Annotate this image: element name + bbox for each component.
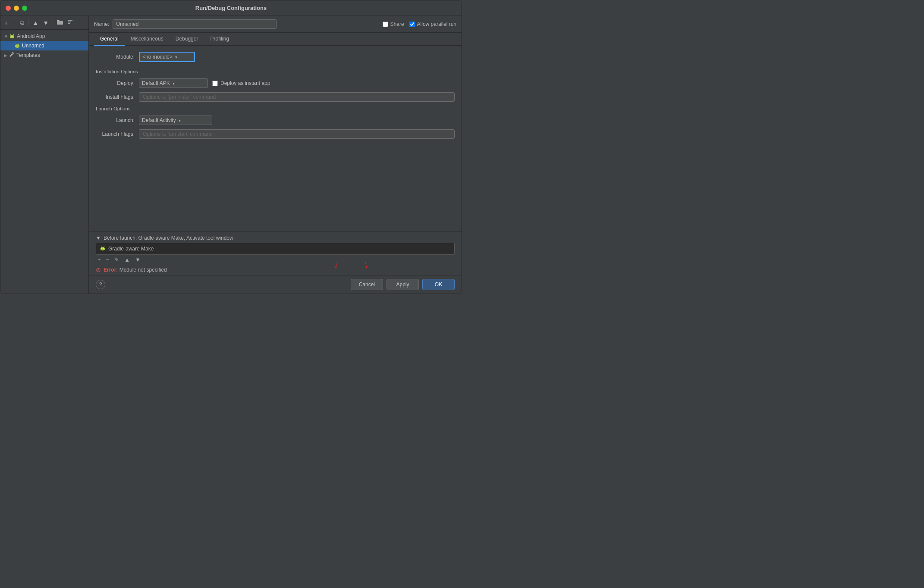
module-dropdown-arrow: ▾ — [175, 55, 177, 59]
close-button[interactable] — [6, 6, 11, 11]
help-button[interactable]: ? — [96, 280, 105, 289]
sidebar-item-label-templates: Templates — [16, 52, 40, 58]
window-controls — [6, 6, 27, 11]
share-row: Share — [383, 21, 404, 27]
share-checkbox[interactable] — [383, 22, 388, 27]
install-flags-row: Install Flags: — [96, 92, 455, 102]
bl-up-button[interactable]: ▲ — [123, 256, 132, 263]
tab-profiling[interactable]: Profiling — [204, 33, 235, 46]
name-label: Name: — [94, 21, 109, 27]
before-launch-item-gradle: Gradle-aware Make — [96, 243, 454, 254]
svg-rect-2 — [10, 36, 14, 38]
launch-flags-label: Launch Flags: — [96, 131, 135, 137]
deploy-value: Default APK — [142, 80, 170, 86]
expand-arrow: ▼ — [4, 34, 9, 39]
error-detail: Module not specified — [119, 267, 167, 273]
main-layout: + − ⧉ ▲ ▼ — [0, 16, 462, 294]
launch-options-title: Launch Options — [96, 106, 455, 111]
before-launch-toolbar: + − ✎ ▲ ▼ — [96, 255, 455, 265]
svg-point-3 — [11, 36, 12, 37]
content-area: Name: Share Allow parallel run General — [89, 16, 462, 294]
error-icon: ⊘ — [96, 266, 101, 273]
minimize-button[interactable] — [14, 6, 19, 11]
install-flags-label: Install Flags: — [96, 94, 135, 100]
launch-dropdown-arrow: ▾ — [179, 118, 181, 123]
install-flags-input[interactable] — [139, 92, 455, 102]
svg-point-11 — [101, 248, 102, 249]
svg-rect-10 — [101, 248, 105, 250]
before-launch-header[interactable]: ▼ Before launch: Gradle-aware Make, Acti… — [96, 235, 455, 241]
sidebar-item-templates[interactable]: ▶ Templates — [0, 50, 88, 60]
launch-flags-input[interactable] — [139, 129, 455, 139]
error-label: Error: — [104, 267, 118, 273]
gradle-android-icon — [100, 245, 106, 252]
deploy-row: Deploy: Default APK ▾ Deploy as instant … — [96, 78, 455, 88]
apply-button[interactable]: Apply — [387, 279, 419, 290]
launch-value: Default Activity — [142, 117, 176, 123]
sidebar-item-android-app[interactable]: ▼ Android App — [0, 31, 88, 41]
header-right: Share Allow parallel run — [383, 21, 456, 27]
wrench-svg — [9, 52, 15, 57]
bl-add-button[interactable]: + — [96, 256, 103, 263]
android-app-icon — [9, 33, 15, 40]
tab-content-general: Module: <no module> ▾ Installation Optio… — [89, 46, 462, 231]
config-tree: ▼ Android App — [0, 30, 88, 294]
svg-rect-6 — [15, 45, 19, 47]
unnamed-android-icon — [14, 42, 20, 50]
deploy-dropdown[interactable]: Default APK ▾ — [139, 78, 208, 88]
cancel-button[interactable]: Cancel — [351, 279, 383, 290]
android-icon — [9, 33, 15, 39]
bl-remove-button[interactable]: − — [104, 256, 111, 263]
folder-button[interactable] — [56, 18, 64, 27]
run-debug-configurations-window: Run/Debug Configurations + − ⧉ ▲ ▼ — [0, 0, 462, 294]
svg-point-4 — [13, 36, 13, 37]
sidebar: + − ⧉ ▲ ▼ — [0, 16, 89, 294]
launch-row: Launch: Default Activity ▾ — [96, 116, 455, 125]
deploy-instant-checkbox[interactable] — [212, 81, 218, 86]
error-message: Error: Module not specified — [104, 267, 167, 273]
tab-general[interactable]: General — [94, 33, 125, 46]
sidebar-item-label-android-app: Android App — [17, 33, 45, 39]
allow-parallel-label: Allow parallel run — [417, 21, 456, 27]
bl-edit-button[interactable]: ✎ — [113, 256, 121, 263]
svg-point-8 — [18, 45, 19, 46]
gradle-make-label: Gradle-aware Make — [108, 246, 154, 252]
maximize-button[interactable] — [22, 6, 27, 11]
tab-debugger[interactable]: Debugger — [170, 33, 204, 46]
bl-down-button[interactable]: ▼ — [133, 256, 142, 263]
module-label: Module: — [96, 54, 135, 60]
ok-button[interactable]: OK — [422, 279, 455, 290]
title-bar: Run/Debug Configurations — [0, 0, 462, 16]
name-input[interactable] — [113, 19, 277, 29]
before-launch-section: ▼ Before launch: Gradle-aware Make, Acti… — [89, 231, 462, 265]
sidebar-item-unnamed[interactable]: Unnamed — [0, 41, 88, 50]
add-config-button[interactable]: + — [3, 19, 9, 27]
deploy-label: Deploy: — [96, 80, 135, 86]
installation-options-title: Installation Options — [96, 69, 455, 74]
collapse-icon: ▼ — [96, 235, 101, 241]
config-header: Name: Share Allow parallel run — [89, 16, 462, 33]
error-bar: ⊘ Error: Module not specified — [89, 265, 462, 275]
sidebar-toolbar: + − ⧉ ▲ ▼ — [0, 16, 88, 30]
deploy-dropdown-arrow: ▾ — [173, 81, 175, 86]
move-down-button[interactable]: ▼ — [41, 19, 50, 27]
move-up-button[interactable]: ▲ — [31, 19, 40, 27]
templates-arrow: ▶ — [4, 53, 9, 58]
sort-button[interactable] — [66, 18, 75, 27]
module-value: <no module> — [142, 54, 173, 60]
launch-label: Launch: — [96, 117, 135, 123]
tab-miscellaneous[interactable]: Miscellaneous — [125, 33, 170, 46]
svg-point-12 — [103, 248, 104, 249]
bottom-bar: ? ↓ ↓ Cancel Apply OK — [89, 275, 462, 294]
allow-parallel-checkbox[interactable] — [409, 22, 415, 27]
module-dropdown[interactable]: <no module> ▾ — [139, 52, 195, 62]
sidebar-item-label-unnamed: Unnamed — [22, 43, 44, 49]
before-launch-list: Gradle-aware Make — [96, 243, 455, 255]
launch-dropdown[interactable]: Default Activity ▾ — [139, 116, 212, 125]
remove-config-button[interactable]: − — [11, 19, 17, 27]
deploy-instant-row: Deploy as instant app — [212, 80, 270, 86]
svg-point-7 — [16, 45, 17, 46]
copy-config-button[interactable]: ⧉ — [19, 18, 25, 27]
deploy-instant-label: Deploy as instant app — [220, 80, 270, 86]
sort-icon — [67, 19, 73, 25]
